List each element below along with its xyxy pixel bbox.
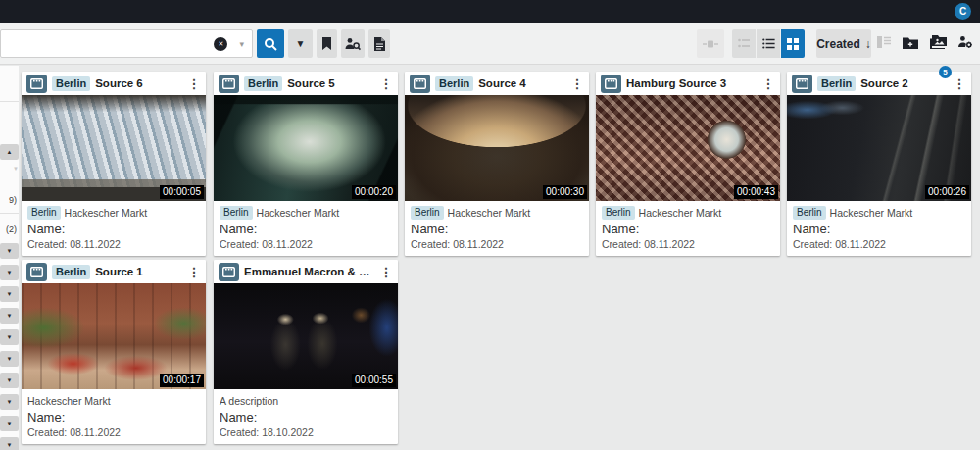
side-panel-button-disabled: [872, 29, 896, 58]
facet-collapse-button[interactable]: ▼: [0, 329, 19, 345]
card-title: Source 1: [95, 266, 182, 277]
clear-search-icon[interactable]: ✕: [214, 37, 227, 51]
card-header: Berlin Source 4 ⋮: [405, 72, 589, 95]
asset-card: Berlin Source 4 ⋮ 00:00:30 Berlin Hackes…: [405, 72, 589, 256]
name-label: Name:: [793, 222, 965, 236]
triangle-down-icon: ▼: [7, 421, 13, 426]
card-menu-button[interactable]: ⋮: [187, 75, 201, 93]
view-compact-list-button: [732, 29, 756, 58]
card-menu-button[interactable]: ⋮: [761, 75, 775, 93]
video-source-icon: [410, 75, 430, 93]
user-gear-icon: [957, 35, 973, 52]
asset-card: Berlin Source 2 ⋮ 00:00:26 Berlin Hackes…: [787, 72, 971, 256]
video-thumbnail[interactable]: 00:00:43: [596, 95, 780, 201]
card-header: Hamburg Source 3 ⋮: [596, 72, 780, 95]
app-window: C ✕ ▾ ▼: [0, 0, 980, 450]
card-menu-button[interactable]: ⋮: [379, 75, 393, 93]
meta-location: Hackescher Markt: [257, 207, 340, 219]
facet-collapse-button[interactable]: ▼: [0, 351, 19, 367]
bookmark-icon: [321, 37, 332, 51]
video-thumbnail[interactable]: 00:00:20: [214, 95, 398, 201]
card-menu-button[interactable]: ⋮: [187, 263, 201, 281]
facet-scroll-up-button[interactable]: ▲: [0, 144, 19, 160]
facet-faint-chevron-icon: ▼: [0, 166, 19, 172]
name-label: Name:: [411, 222, 583, 236]
facet-collapse-button[interactable]: ▼: [0, 373, 19, 388]
facet-collapse-button[interactable]: ▼: [0, 394, 19, 410]
document-icon: [374, 37, 385, 51]
toolbar: ✕ ▾ ▼: [0, 23, 980, 65]
location-tag: Berlin: [793, 206, 826, 220]
video-thumbnail[interactable]: 00:00:17: [22, 283, 206, 389]
view-list-button[interactable]: [757, 29, 780, 58]
video-source-icon: [792, 75, 812, 93]
triangle-down-icon: ▼: [7, 313, 13, 319]
meta-location: Hackescher Markt: [27, 395, 111, 407]
meta-location: Hackescher Markt: [448, 207, 531, 219]
card-title: Emmanuel Macron & Olaf Scholz Sr…: [244, 266, 374, 277]
asset-card: Berlin Source 5 ⋮ 00:00:20 Berlin Hackes…: [214, 72, 398, 256]
user-settings-button[interactable]: [954, 29, 976, 58]
card-footer: Berlin Hackescher Markt Name: Created: 0…: [22, 201, 206, 256]
search-history-chevron-icon[interactable]: ▾: [239, 39, 244, 49]
top-navigation-bar: C: [0, 0, 980, 23]
meta-row: Berlin Hackescher Markt: [27, 205, 200, 220]
report-document-button[interactable]: [368, 29, 390, 58]
card-footer: A description Name: Created: 18.10.2022: [214, 389, 398, 444]
facet-collapse-button[interactable]: ▼: [0, 243, 19, 259]
triangle-down-icon: ▼: [7, 442, 13, 448]
sort-by-button[interactable]: Created ↓: [816, 29, 871, 58]
triangle-down-icon: ▼: [7, 399, 13, 405]
video-source-icon: [219, 263, 239, 281]
card-header: Berlin Source 6 ⋮: [22, 72, 206, 95]
facet-collapse-button[interactable]: ▼: [0, 416, 19, 431]
chevron-down-icon: ▼: [296, 38, 306, 49]
facet-collapse-button[interactable]: ▼: [0, 265, 19, 280]
meta-row: Berlin Hackescher Markt: [602, 205, 774, 220]
search-button[interactable]: [257, 29, 284, 58]
media-collections-button[interactable]: [925, 29, 952, 58]
facet-panel-edge: ▲ ▼ 9) (2) ▼ ▼ ▼ ▼ ▼ ▼ ▼ ▼ ▼ ▼: [0, 66, 19, 450]
meta-row: Berlin Hackescher Markt: [793, 205, 965, 220]
facet-collapse-button[interactable]: ▼: [0, 286, 19, 302]
card-menu-button[interactable]: ⋮: [570, 75, 584, 93]
facet-collapse-button[interactable]: ▼: [0, 437, 19, 450]
add-folder-button[interactable]: [899, 29, 922, 58]
card-menu-button[interactable]: ⋮: [953, 75, 966, 93]
video-thumbnail[interactable]: 00:00:05: [22, 95, 206, 201]
location-tag: Berlin: [411, 206, 444, 220]
video-duration: 00:00:05: [160, 185, 204, 199]
saved-searches-button[interactable]: [317, 29, 337, 58]
search-box: ✕ ▾: [0, 29, 253, 58]
location-tag: Berlin: [52, 76, 90, 91]
location-tag: Berlin: [220, 206, 253, 220]
video-duration: 00:00:17: [160, 374, 204, 387]
person-search-button[interactable]: [341, 29, 365, 58]
created-date: Created: 08.11.2022: [220, 238, 392, 250]
video-thumbnail[interactable]: 00:00:30: [405, 95, 589, 201]
card-footer: Berlin Hackescher Markt Name: Created: 0…: [596, 201, 780, 256]
card-menu-button[interactable]: ⋮: [379, 263, 393, 281]
video-duration: 00:00:30: [543, 185, 587, 199]
created-date: Created: 08.11.2022: [411, 238, 583, 250]
divider: [0, 213, 19, 214]
search-options-dropdown-button[interactable]: ▼: [288, 29, 313, 58]
card-footer: Hackescher Markt Name: Created: 08.11.20…: [22, 389, 206, 444]
card-title: Source 2: [860, 77, 948, 89]
triangle-down-icon: ▼: [7, 334, 13, 340]
facet-count-top: 9): [0, 195, 17, 205]
user-avatar[interactable]: C: [955, 3, 971, 20]
facet-collapse-button[interactable]: ▼: [0, 308, 19, 324]
asset-card: Emmanuel Macron & Olaf Scholz Sr… ⋮ 00:0…: [214, 260, 398, 444]
location-tag: Berlin: [817, 76, 856, 91]
search-input[interactable]: [1, 30, 214, 57]
divider: [0, 101, 19, 102]
asset-card: Berlin Source 6 ⋮ 00:00:05 Berlin Hackes…: [22, 72, 206, 256]
name-label: Name:: [27, 222, 200, 236]
video-thumbnail[interactable]: 00:00:55: [214, 283, 398, 389]
video-source-icon: [219, 75, 239, 93]
card-title: Hamburg Source 3: [626, 77, 757, 89]
video-thumbnail[interactable]: 00:00:26: [787, 95, 971, 201]
view-grid-button-active[interactable]: [781, 29, 805, 58]
meta-description: A description: [220, 395, 278, 407]
